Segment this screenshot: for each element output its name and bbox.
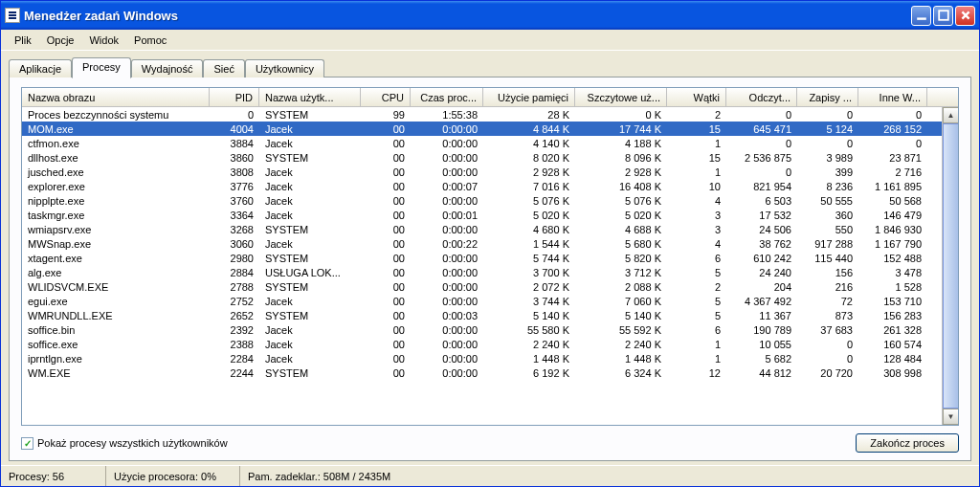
table-cell: 72 xyxy=(797,296,858,307)
table-row[interactable]: WMRUNDLL.EXE2652SYSTEM000:00:035 140 K5 … xyxy=(22,308,942,322)
table-cell: 0:00:00 xyxy=(411,296,483,307)
col-user[interactable]: Nazwa użytk... xyxy=(259,88,361,106)
table-cell: 7 016 K xyxy=(483,181,575,192)
table-row[interactable]: xtagent.exe2980SYSTEM000:00:005 744 K5 8… xyxy=(22,251,942,265)
menu-file[interactable]: Plik xyxy=(7,33,39,48)
table-row[interactable]: nipplpte.exe3760Jacek000:00:005 076 K5 0… xyxy=(22,193,942,208)
table-row[interactable]: soffice.bin2392Jacek000:00:0055 580 K55 … xyxy=(22,322,942,337)
close-button[interactable] xyxy=(955,6,975,26)
table-cell: 153 710 xyxy=(858,296,927,307)
tab-users[interactable]: Użytkownicy xyxy=(245,59,324,77)
table-cell: SYSTEM xyxy=(259,224,361,235)
col-writes[interactable]: Zapisy ... xyxy=(797,88,858,106)
table-cell: 2 240 K xyxy=(483,339,575,350)
col-mem[interactable]: Użycie pamięci xyxy=(483,88,575,106)
table-cell: 4 188 K xyxy=(575,138,667,149)
table-row[interactable]: explorer.exe3776Jacek000:00:077 016 K16 … xyxy=(22,179,942,193)
col-cpu[interactable]: CPU xyxy=(361,88,411,106)
table-cell: 5 682 xyxy=(726,353,797,365)
table-row[interactable]: taskmgr.exe3364Jacek000:00:015 020 K5 02… xyxy=(22,208,942,222)
table-cell: SYSTEM xyxy=(259,253,361,264)
tab-applications[interactable]: Aplikacje xyxy=(9,59,72,77)
titlebar[interactable]: Menedżer zadań Windows xyxy=(1,1,979,30)
table-row[interactable]: egui.exe2752Jacek000:00:003 744 K7 060 K… xyxy=(22,294,942,308)
table-cell: 4 140 K xyxy=(483,138,575,149)
table-cell: SYSTEM xyxy=(259,310,361,321)
table-cell: 1 544 K xyxy=(483,238,575,250)
table-cell: 0:00:00 xyxy=(411,166,483,178)
table-cell: 5 076 K xyxy=(575,195,667,207)
col-reads[interactable]: Odczyt... xyxy=(726,88,797,106)
check-icon: ✓ xyxy=(21,437,33,450)
tab-networking[interactable]: Sieć xyxy=(203,59,244,77)
table-cell: 0:00:00 xyxy=(411,353,483,365)
table-cell: 0:00:00 xyxy=(411,281,483,293)
table-row[interactable]: dllhost.exe3860SYSTEM000:00:008 020 K8 0… xyxy=(22,150,942,165)
table-cell: 204 xyxy=(726,281,797,293)
col-image-name[interactable]: Nazwa obrazu xyxy=(22,88,210,106)
table-cell: 0:00:03 xyxy=(411,310,483,321)
table-cell: WM.EXE xyxy=(22,367,210,379)
table-cell: 5 140 K xyxy=(483,310,575,321)
table-row[interactable]: MWSnap.exe3060Jacek000:00:221 544 K5 680… xyxy=(22,236,942,251)
table-row[interactable]: Proces bezczynności systemu0SYSTEM991:55… xyxy=(22,107,942,122)
tab-processes[interactable]: Procesy xyxy=(72,57,131,78)
table-cell: 0 xyxy=(726,109,797,121)
process-list-body[interactable]: Proces bezczynności systemu0SYSTEM991:55… xyxy=(22,107,958,425)
table-cell: USŁUGA LOK... xyxy=(259,267,361,278)
table-cell: Jacek xyxy=(259,353,361,365)
maximize-button[interactable] xyxy=(933,6,953,26)
scroll-thumb[interactable] xyxy=(943,123,958,409)
table-cell: 5 680 K xyxy=(575,238,667,250)
table-cell: 5 xyxy=(667,267,726,278)
table-row[interactable]: ctfmon.exe3884Jacek000:00:004 140 K4 188… xyxy=(22,136,942,150)
table-cell: 3 712 K xyxy=(575,267,667,278)
col-threads[interactable]: Wątki xyxy=(667,88,726,106)
table-cell: 2 928 K xyxy=(575,166,667,178)
vertical-scrollbar[interactable]: ▲ ▼ xyxy=(942,107,958,425)
table-cell: 00 xyxy=(361,166,411,178)
menu-help[interactable]: Pomoc xyxy=(126,33,174,48)
table-cell: 5 820 K xyxy=(575,253,667,264)
table-row[interactable]: WLIDSVCM.EXE2788SYSTEM000:00:002 072 K2 … xyxy=(22,279,942,294)
table-cell: 0 xyxy=(210,109,259,121)
table-row[interactable]: wmiapsrv.exe3268SYSTEM000:00:004 680 K4 … xyxy=(22,222,942,236)
table-cell: 55 592 K xyxy=(575,324,667,336)
table-cell: 4 844 K xyxy=(483,123,575,135)
table-row[interactable]: alg.exe2884USŁUGA LOK...000:00:003 700 K… xyxy=(22,265,942,279)
table-row[interactable]: iprntlgn.exe2284Jacek000:00:001 448 K1 4… xyxy=(22,351,942,365)
col-peak-mem[interactable]: Szczytowe uż... xyxy=(575,88,667,106)
table-cell: 0 xyxy=(726,138,797,149)
menu-view[interactable]: Widok xyxy=(81,33,126,48)
table-cell: 2 536 875 xyxy=(726,152,797,164)
scroll-down-button[interactable]: ▼ xyxy=(943,409,958,425)
table-cell: 0:00:00 xyxy=(411,138,483,149)
table-cell: 00 xyxy=(361,224,411,235)
col-other[interactable]: Inne W... xyxy=(858,88,927,106)
table-cell: 399 xyxy=(797,166,858,178)
col-cpu-time[interactable]: Czas proc... xyxy=(411,88,483,106)
table-cell: Jacek xyxy=(259,181,361,192)
table-row[interactable]: jusched.exe3808Jacek000:00:002 928 K2 92… xyxy=(22,165,942,179)
table-row[interactable]: MOM.exe4004Jacek000:00:004 844 K17 744 K… xyxy=(22,122,942,136)
show-all-users-checkbox[interactable]: ✓ Pokaż procesy wszystkich użytkowników xyxy=(21,437,228,450)
table-cell: 10 xyxy=(667,181,726,192)
table-cell: MWSnap.exe xyxy=(22,238,210,250)
table-cell: 2392 xyxy=(210,324,259,336)
table-cell: 4 xyxy=(667,238,726,250)
table-cell: 2 088 K xyxy=(575,281,667,293)
table-cell: 1 xyxy=(667,339,726,350)
minimize-button[interactable] xyxy=(911,6,931,26)
table-cell: 0 K xyxy=(575,109,667,121)
col-pid[interactable]: PID xyxy=(210,88,259,106)
table-row[interactable]: soffice.exe2388Jacek000:00:002 240 K2 24… xyxy=(22,337,942,351)
end-process-button[interactable]: Zakończ proces xyxy=(856,433,959,453)
table-cell: 0:00:00 xyxy=(411,253,483,264)
menu-options[interactable]: Opcje xyxy=(39,33,82,48)
table-cell: 308 998 xyxy=(858,367,927,379)
table-cell: 160 574 xyxy=(858,339,927,350)
scroll-up-button[interactable]: ▲ xyxy=(943,107,958,123)
table-cell: 15 xyxy=(667,152,726,164)
table-row[interactable]: WM.EXE2244SYSTEM000:00:006 192 K6 324 K1… xyxy=(22,365,942,380)
tab-performance[interactable]: Wydajność xyxy=(131,59,204,77)
